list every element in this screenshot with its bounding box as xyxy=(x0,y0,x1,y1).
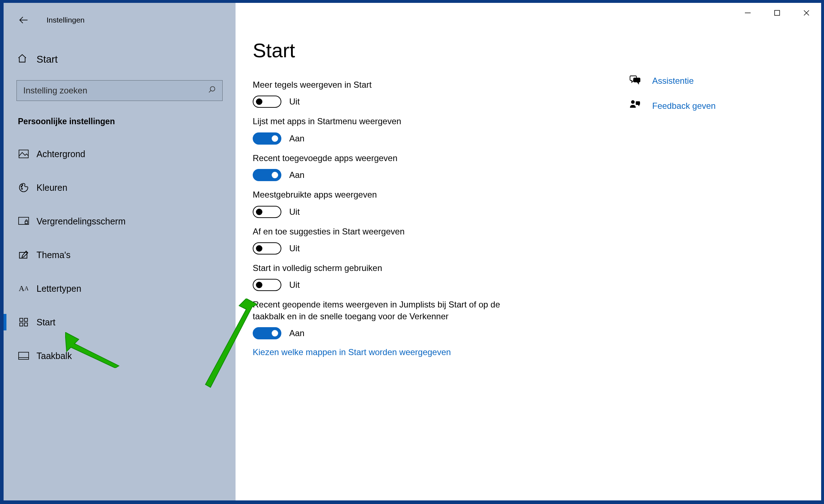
svg-rect-18 xyxy=(19,352,29,359)
maximize-button[interactable] xyxy=(762,3,792,23)
assistance-label: Assistentie xyxy=(652,76,694,86)
feedback-label: Feedback geven xyxy=(652,101,716,111)
sidebar-item-label: Kleuren xyxy=(37,183,67,193)
close-button[interactable] xyxy=(792,3,821,23)
assistance-link[interactable]: Assistentie xyxy=(629,74,716,87)
setting-app-list: Lijst met apps in Startmenu weergeven Aa… xyxy=(253,116,532,144)
svg-point-5 xyxy=(210,87,215,91)
svg-rect-15 xyxy=(24,318,28,321)
setting-jumplists: Recent geopende items weergeven in Jumpl… xyxy=(253,299,532,339)
svg-rect-16 xyxy=(20,323,23,326)
feedback-link[interactable]: Feedback geven xyxy=(629,99,716,112)
setting-label: Meestgebruikte apps weergeven xyxy=(253,189,532,200)
toggle-jumplists[interactable] xyxy=(253,327,281,339)
category-label: Persoonlijke instellingen xyxy=(4,117,236,126)
back-button[interactable] xyxy=(16,13,31,27)
toggle-app-list[interactable] xyxy=(253,132,281,145)
content-area: Start Meer tegels weergeven in Start Uit… xyxy=(236,3,615,500)
setting-label: Af en toe suggesties in Start weergeven xyxy=(253,226,532,237)
home-icon xyxy=(17,53,30,66)
assistance-icon xyxy=(629,74,642,87)
home-button[interactable]: Start xyxy=(4,45,236,74)
toggle-state: Aan xyxy=(289,170,305,180)
sidebar-item-label: Achtergrond xyxy=(37,149,85,159)
setting-suggestions: Af en toe suggesties in Start weergeven … xyxy=(253,226,532,255)
toggle-more-tiles[interactable] xyxy=(253,96,281,108)
setting-more-tiles: Meer tegels weergeven in Start Uit xyxy=(253,79,532,108)
search-input[interactable] xyxy=(16,80,223,101)
image-icon xyxy=(17,150,30,158)
home-label: Start xyxy=(37,54,58,65)
setting-label: Recent geopende items weergeven in Jumpl… xyxy=(253,299,532,322)
setting-label: Lijst met apps in Startmenu weergeven xyxy=(253,116,532,127)
sidebar-item-start[interactable]: Start xyxy=(4,305,236,339)
sidebar-item-label: Vergrendelingsscherm xyxy=(37,216,126,227)
svg-rect-12 xyxy=(25,221,28,224)
choose-folders-link[interactable]: Kiezen welke mappen in Start worden weer… xyxy=(253,347,615,357)
toggle-state: Aan xyxy=(289,134,305,144)
setting-recently-added: Recent toegevoegde apps weergeven Aan xyxy=(253,152,532,181)
toggle-state: Uit xyxy=(289,207,300,217)
sidebar-item-taskbar[interactable]: Taakbalk xyxy=(4,339,236,373)
svg-point-10 xyxy=(21,188,23,189)
toggle-most-used[interactable] xyxy=(253,206,281,218)
toggle-state: Uit xyxy=(289,97,300,107)
feedback-icon xyxy=(629,99,642,112)
main-panel: Start Meer tegels weergeven in Start Uit… xyxy=(236,3,821,500)
sidebar-item-themes[interactable]: Thema's xyxy=(4,238,236,272)
setting-label: Meer tegels weergeven in Start xyxy=(253,79,532,91)
nav-list: Achtergrond Kleuren Vergrendelingsscherm… xyxy=(4,137,236,373)
lockscreen-icon xyxy=(17,217,30,226)
sidebar-item-label: Thema's xyxy=(37,250,71,260)
sidebar-item-label: Lettertypen xyxy=(37,284,81,294)
svg-rect-1 xyxy=(775,10,780,15)
sidebar: Instellingen Start Persoonlijke instelli… xyxy=(4,3,236,500)
toggle-suggestions[interactable] xyxy=(253,242,281,255)
start-icon xyxy=(17,318,30,327)
sidebar-item-colors[interactable]: Kleuren xyxy=(4,171,236,204)
setting-label: Start in volledig scherm gebruiken xyxy=(253,262,532,274)
toggle-state: Uit xyxy=(289,280,300,290)
search-icon xyxy=(208,86,216,96)
svg-rect-14 xyxy=(20,318,23,321)
svg-point-20 xyxy=(631,100,635,104)
window-controls xyxy=(733,3,821,23)
setting-fullscreen: Start in volledig scherm gebruiken Uit xyxy=(253,262,532,291)
themes-icon xyxy=(17,250,30,260)
toggle-state: Aan xyxy=(289,328,305,338)
help-column: Assistentie Feedback geven xyxy=(615,3,716,500)
minimize-button[interactable] xyxy=(733,3,762,23)
setting-label: Recent toegevoegde apps weergeven xyxy=(253,152,532,164)
page-title: Start xyxy=(253,39,615,62)
sidebar-item-label: Taakbalk xyxy=(37,351,72,361)
palette-icon xyxy=(17,183,30,193)
search-field[interactable] xyxy=(23,86,208,96)
toggle-recently-added[interactable] xyxy=(253,169,281,181)
toggle-fullscreen[interactable] xyxy=(253,279,281,291)
svg-point-8 xyxy=(21,186,22,187)
settings-window: Instellingen Start Persoonlijke instelli… xyxy=(3,2,822,501)
sidebar-item-lockscreen[interactable]: Vergrendelingsscherm xyxy=(4,204,236,238)
setting-most-used: Meestgebruikte apps weergeven Uit xyxy=(253,189,532,218)
fonts-icon: AA xyxy=(17,284,30,293)
sidebar-item-background[interactable]: Achtergrond xyxy=(4,137,236,171)
svg-point-9 xyxy=(22,185,23,186)
svg-rect-17 xyxy=(24,323,28,326)
svg-line-6 xyxy=(209,91,211,93)
taskbar-icon xyxy=(17,352,30,360)
toggle-state: Uit xyxy=(289,243,300,253)
app-title: Instellingen xyxy=(47,16,84,24)
sidebar-item-fonts[interactable]: AA Lettertypen xyxy=(4,272,236,305)
sidebar-item-label: Start xyxy=(37,317,55,328)
